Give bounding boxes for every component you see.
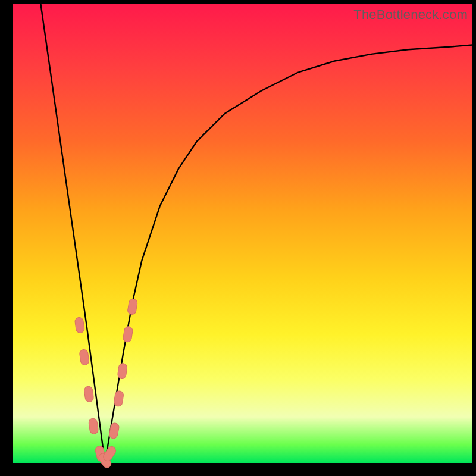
marker-point <box>123 326 133 343</box>
curve-line <box>40 4 472 463</box>
marker-point <box>117 363 127 380</box>
chart-svg <box>13 4 472 463</box>
marker-point <box>79 349 90 366</box>
outer-frame: TheBottleneck.com <box>0 0 476 476</box>
marker-point <box>114 390 124 407</box>
marker-point <box>127 299 138 315</box>
plot-area: TheBottleneck.com <box>13 4 472 463</box>
marker-point <box>74 317 85 334</box>
marker-point <box>88 418 99 434</box>
marker-point <box>84 386 94 402</box>
marker-point <box>108 422 120 439</box>
